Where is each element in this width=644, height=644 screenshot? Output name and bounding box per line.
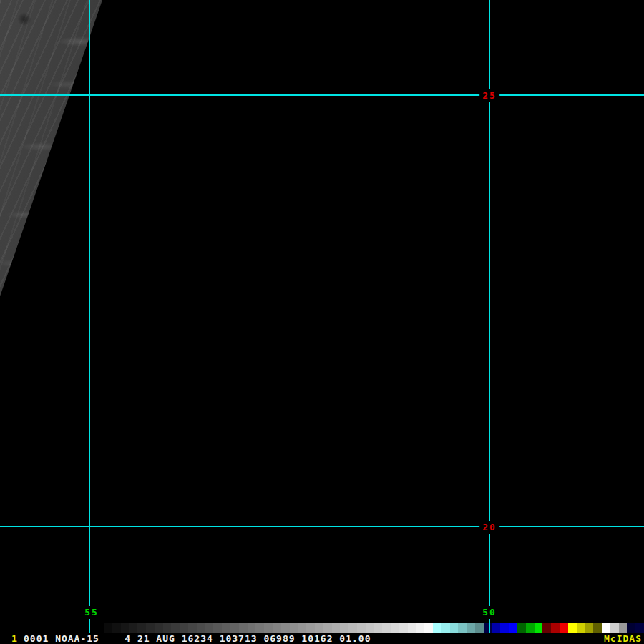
colorbar-segment bbox=[416, 623, 424, 633]
colorbar-segment bbox=[560, 623, 568, 633]
colorbar-segment bbox=[255, 623, 264, 633]
enhancement-colorbar bbox=[104, 623, 644, 633]
colorbar-segment bbox=[273, 623, 281, 633]
status-bar: 1 0001 NOAA-15 4 21 AUG 16234 103713 069… bbox=[0, 633, 644, 644]
colorbar-segment bbox=[137, 623, 146, 633]
colorbar-segment bbox=[146, 623, 155, 633]
colorbar-segment bbox=[104, 623, 112, 633]
colorbar-segment bbox=[264, 623, 273, 633]
colorbar-segment bbox=[399, 623, 408, 633]
colorbar-segment bbox=[340, 623, 348, 633]
colorbar-segment bbox=[610, 623, 619, 633]
colorbar-segment bbox=[230, 623, 239, 633]
colorbar-segment bbox=[441, 623, 450, 633]
colorbar-segment bbox=[551, 623, 560, 633]
colorbar-segment bbox=[585, 623, 593, 633]
colorbar-segment bbox=[535, 623, 543, 633]
latitude-label-20: 20 bbox=[479, 521, 499, 534]
colorbar-segment bbox=[424, 623, 433, 633]
colorbar-segment bbox=[391, 623, 399, 633]
colorbar-segment bbox=[509, 623, 517, 633]
colorbar-segment bbox=[348, 623, 357, 633]
colorbar-segment bbox=[298, 623, 306, 633]
colorbar-segment bbox=[213, 623, 222, 633]
colorbar-segment bbox=[458, 623, 467, 633]
colorbar-segment bbox=[323, 623, 332, 633]
colorbar-segment bbox=[475, 623, 484, 633]
colorbar-segment bbox=[467, 623, 475, 633]
colorbar-segment bbox=[492, 623, 501, 633]
map-gridline-horizontal-20 bbox=[0, 526, 644, 527]
latitude-label-25: 25 bbox=[479, 89, 499, 102]
colorbar-segment bbox=[315, 623, 323, 633]
colorbar-segment bbox=[635, 623, 644, 633]
colorbar-segment bbox=[171, 623, 180, 633]
colorbar-segment bbox=[248, 623, 256, 633]
colorbar-segment bbox=[568, 623, 577, 633]
colorbar-segment bbox=[382, 623, 391, 633]
colorbar-segment bbox=[180, 623, 188, 633]
colorbar-segment bbox=[577, 623, 585, 633]
colorbar-segment bbox=[433, 623, 441, 633]
colorbar-segment bbox=[281, 623, 290, 633]
colorbar-segment bbox=[619, 623, 628, 633]
longitude-label-50: 50 bbox=[479, 606, 499, 619]
colorbar-segment bbox=[205, 623, 214, 633]
image-info-text: 0001 NOAA-15 4 21 AUG 16234 103713 06989… bbox=[24, 634, 371, 644]
colorbar-segment bbox=[222, 623, 230, 633]
colorbar-segment bbox=[450, 623, 459, 633]
colorbar-segment bbox=[197, 623, 205, 633]
colorbar-segment bbox=[517, 623, 526, 633]
colorbar-segment bbox=[112, 623, 121, 633]
colorbar-segment bbox=[500, 623, 509, 633]
colorbar-segment bbox=[374, 623, 383, 633]
map-gridline-horizontal-25 bbox=[0, 94, 644, 96]
colorbar-segment bbox=[239, 623, 248, 633]
colorbar-segment bbox=[155, 623, 163, 633]
mcidas-display: 25 20 55 50 1 0001 NOAA-15 4 21 AUG 1623… bbox=[0, 0, 644, 644]
colorbar-segment bbox=[366, 623, 374, 633]
longitude-label-55: 55 bbox=[82, 606, 102, 619]
frame-number[interactable]: 1 bbox=[11, 634, 18, 644]
colorbar-segment bbox=[290, 623, 298, 633]
colorbar-segment bbox=[484, 623, 492, 633]
colorbar-segment bbox=[188, 623, 197, 633]
colorbar-segment bbox=[627, 623, 635, 633]
mcidas-brand-label: McIDAS bbox=[604, 634, 642, 644]
colorbar-segment bbox=[306, 623, 315, 633]
colorbar-segment bbox=[526, 623, 535, 633]
colorbar-segment bbox=[602, 623, 610, 633]
colorbar-segment bbox=[163, 623, 172, 633]
colorbar-segment bbox=[357, 623, 366, 633]
colorbar-segment bbox=[593, 623, 602, 633]
colorbar-segment bbox=[129, 623, 137, 633]
colorbar-segment bbox=[542, 623, 551, 633]
colorbar-segment bbox=[408, 623, 416, 633]
colorbar-segment bbox=[332, 623, 341, 633]
colorbar-segment bbox=[121, 623, 130, 633]
